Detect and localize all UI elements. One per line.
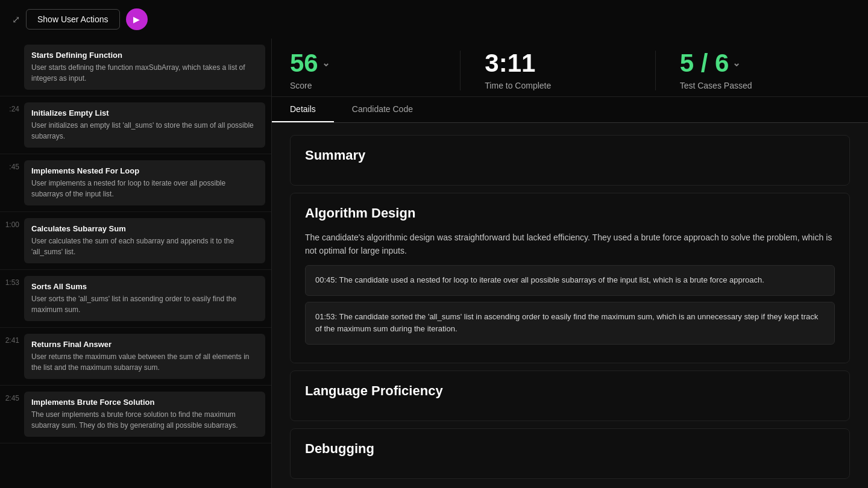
section-language-proficiency: Language Proficiency xyxy=(290,371,850,421)
timeline-item: 2:41 Returns Final Answer User returns t… xyxy=(0,328,271,386)
timeline-content[interactable]: Implements Brute Force Solution The user… xyxy=(24,392,265,437)
show-user-actions-button[interactable]: Show User Actions xyxy=(26,9,120,30)
section-title: Debugging xyxy=(305,441,835,457)
timeline-content[interactable]: Initializes Empty List User initializes … xyxy=(24,102,265,148)
section-text: The candidate's algorithmic design was s… xyxy=(305,231,835,258)
timeline-item: 2:45 Implements Brute Force Solution The… xyxy=(0,386,271,443)
time-label: Time to Complete xyxy=(485,81,655,90)
timeline-content[interactable]: Sorts All Sums User sorts the 'all_sums'… xyxy=(24,276,265,321)
top-bar: ⤢ Show User Actions ▶ xyxy=(0,0,868,39)
timeline-desc: User starts defining the function maxSub… xyxy=(31,62,258,84)
timeline-content[interactable]: Starts Defining Function User starts def… xyxy=(24,45,265,90)
timeline-time: 1:53 xyxy=(0,276,24,287)
score-chevron[interactable]: ⌄ xyxy=(322,58,330,68)
score-stat: 56 ⌄ Score xyxy=(290,51,460,90)
time-stat: 3:11 Time to Complete xyxy=(460,51,655,90)
sidebar: Starts Defining Function User starts def… xyxy=(0,39,271,488)
timeline-time: :45 xyxy=(0,160,24,171)
quote-card: 01:53: The candidate sorted the 'all_sum… xyxy=(305,302,835,345)
timeline-title: Sorts All Sums xyxy=(31,282,258,291)
section-title: Language Proficiency xyxy=(305,383,835,399)
timeline-item: Starts Defining Function User starts def… xyxy=(0,39,271,96)
timeline-title: Implements Nested For Loop xyxy=(31,166,258,175)
tab-details[interactable]: Details xyxy=(272,97,334,122)
section-debugging: Debugging xyxy=(290,428,850,479)
main-layout: Starts Defining Function User starts def… xyxy=(0,39,868,488)
summary-title: Summary xyxy=(305,148,835,163)
timeline-content[interactable]: Returns Final Answer User returns the ma… xyxy=(24,334,265,379)
test-cases-label: Test Cases Passed xyxy=(680,81,850,90)
timeline-content[interactable]: Calculates Subarray Sum User calculates … xyxy=(24,218,265,263)
timeline-item: 1:53 Sorts All Sums User sorts the 'all_… xyxy=(0,270,271,328)
timeline-time: 2:41 xyxy=(0,334,24,345)
score-value: 56 ⌄ xyxy=(290,51,460,76)
section-title: Algorithm Design xyxy=(305,205,835,221)
timeline-desc: The user implements a brute force soluti… xyxy=(31,409,258,431)
time-value: 3:11 xyxy=(485,51,655,76)
timeline-time: 1:00 xyxy=(0,218,24,229)
test-cases-chevron[interactable]: ⌄ xyxy=(732,58,740,68)
timeline-desc: User calculates the sum of each subarray… xyxy=(31,236,258,257)
timeline-desc: User implements a nested for loop to ite… xyxy=(31,178,258,199)
quote-card: 00:45: The candidate used a nested for l… xyxy=(305,265,835,296)
timeline-item: 1:00 Calculates Subarray Sum User calcul… xyxy=(0,212,271,270)
test-cases-value: 5 / 6 ⌄ xyxy=(680,51,850,76)
timeline-item: :45 Implements Nested For Loop User impl… xyxy=(0,154,271,212)
timeline-content[interactable]: Implements Nested For Loop User implemen… xyxy=(24,160,265,205)
expand-icon[interactable]: ⤢ xyxy=(12,14,20,25)
timeline-title: Initializes Empty List xyxy=(31,108,258,117)
timeline-title: Implements Brute Force Solution xyxy=(31,398,258,407)
tab-candidate-code[interactable]: Candidate Code xyxy=(334,97,431,122)
right-panel: 56 ⌄ Score 3:11 Time to Complete 5 / 6 ⌄… xyxy=(271,39,868,488)
score-label: Score xyxy=(290,81,460,90)
timeline-desc: User sorts the 'all_sums' list in ascend… xyxy=(31,293,258,315)
timeline-title: Calculates Subarray Sum xyxy=(31,224,258,233)
timeline-item: :24 Initializes Empty List User initiali… xyxy=(0,96,271,154)
test-cases-stat: 5 / 6 ⌄ Test Cases Passed xyxy=(655,51,850,90)
timeline-title: Returns Final Answer xyxy=(31,340,258,349)
play-icon: ▶ xyxy=(133,14,140,24)
timeline-desc: User returns the maximum value between t… xyxy=(31,351,258,373)
timeline-desc: User initializes an empty list 'all_sums… xyxy=(31,120,258,142)
play-button[interactable]: ▶ xyxy=(126,8,148,30)
timeline-time xyxy=(0,45,24,47)
timeline-time: 2:45 xyxy=(0,392,24,402)
section-algorithm-design: Algorithm DesignThe candidate's algorith… xyxy=(290,193,850,363)
timeline-title: Starts Defining Function xyxy=(31,51,258,60)
timeline-time: :24 xyxy=(0,102,24,113)
stats-row: 56 ⌄ Score 3:11 Time to Complete 5 / 6 ⌄… xyxy=(272,39,868,97)
tabs-bar: DetailsCandidate Code xyxy=(272,97,868,123)
content-area: Summary Algorithm DesignThe candidate's … xyxy=(272,123,868,488)
summary-section: Summary xyxy=(290,135,850,186)
